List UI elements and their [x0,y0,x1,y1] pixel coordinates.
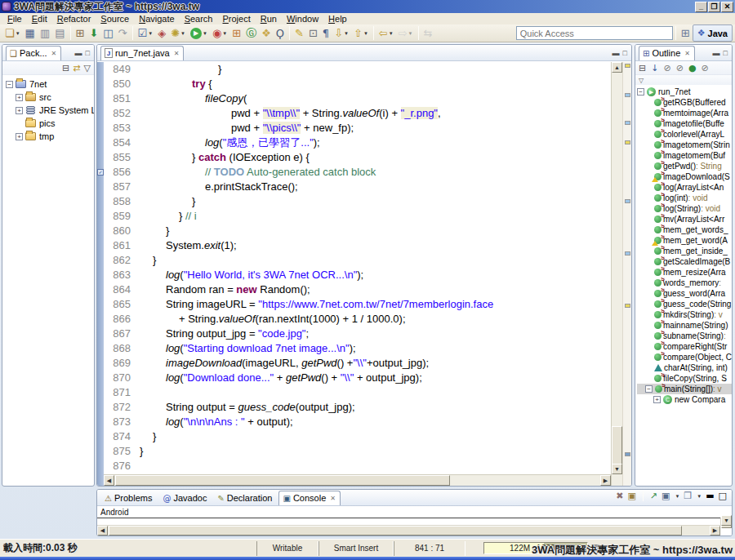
outline-item[interactable]: Smv(ArrayList<Arr [637,214,732,224]
sort-icon[interactable]: ↓ [651,62,658,74]
outline-item[interactable]: ScompareRight(Str [637,341,732,352]
outline-item[interactable]: SimageDownload(S [637,171,732,182]
menu-file[interactable]: File [2,14,27,24]
outline-item[interactable]: Sguess_word(Arra [637,288,732,299]
tree-item-pics[interactable]: pics [6,117,94,130]
maximize-view-icon[interactable]: □ [623,49,627,57]
view-menu-icon[interactable]: ▽ [84,62,91,74]
editor-horizontal-scrollbar[interactable]: ◀ ▶ [104,474,611,486]
restore-button[interactable]: ❐ [708,2,720,12]
editor-annotation-ruler[interactable]: ✓ [97,62,104,486]
outline-item[interactable]: Sguess_code(String [637,299,732,309]
close-icon[interactable]: ✕ [330,495,336,502]
garbage-collect-button[interactable]: Ⓖ [243,25,259,41]
close-icon[interactable]: ✕ [174,50,180,57]
close-button[interactable]: ✕ [721,2,733,12]
tree-item-7net[interactable]: −7net [6,78,94,91]
tree-item-jre-system-lib[interactable]: +JRE System Lib [6,104,94,117]
scrollbar-thumb[interactable] [612,426,622,469]
outline-item[interactable]: SfileCopy(String, S [637,373,732,384]
annotation-marker[interactable] [625,251,630,256]
launch-config-button[interactable]: ◈ [155,25,168,41]
collapse-all-icon[interactable]: ⊟ [639,62,646,74]
outline-item[interactable]: Scompare(Object, C [637,352,732,362]
scrollbar-thumb[interactable] [115,475,450,486]
menu-source[interactable]: Source [96,14,134,24]
external-tools-button[interactable]: ◉▼ [210,25,229,41]
scroll-right-icon[interactable]: ▶ [710,526,720,536]
menu-help[interactable]: Help [323,14,352,24]
collapse-all-icon[interactable]: ⊟ [62,62,69,74]
outline-item[interactable]: Ssubname(String) : [637,331,732,341]
view-menu-icon[interactable]: ▽ [639,74,644,87]
mark-occurrences-button[interactable]: ⊡ [306,25,320,41]
display-console-icon[interactable]: ▣ [662,490,670,502]
menu-search[interactable]: Search [180,14,218,24]
back-button[interactable]: ⇦▼ [376,25,396,41]
tab-package-explorer[interactable]: ❑ Pack... ✕ [6,46,61,60]
maximize-view-icon[interactable]: □ [719,490,727,502]
hide-local-types-icon[interactable]: ⊘ [701,62,708,74]
expander-icon[interactable]: + [16,133,23,140]
save-button[interactable]: ▦ [23,25,38,41]
annotation-marker[interactable] [625,64,630,68]
expander-icon[interactable]: + [16,94,23,101]
outline-item[interactable]: Smem_get_word(A [637,235,732,246]
open-perspective-button[interactable]: ⊞ [679,25,693,41]
console-horizontal-scrollbar[interactable]: ◀ ▶ [97,525,720,536]
outline-item[interactable]: SgetRGB(Buffered [637,97,732,108]
scroll-down-icon[interactable]: ▼ [612,464,622,474]
outline-item[interactable]: Simagetofile(Buffe [637,118,732,129]
menu-project[interactable]: Project [218,14,256,24]
maximize-view-icon[interactable]: □ [86,49,90,57]
debug-button[interactable]: ✺▼ [168,25,188,41]
close-icon[interactable]: ✕ [51,50,57,57]
menu-edit[interactable]: Edit [27,14,52,24]
tab-javadoc[interactable]: @Javadoc [158,491,212,505]
tab-problems[interactable]: ⚠Problems [100,491,157,505]
minimize-view-icon[interactable]: ▬ [706,490,714,502]
minimize-view-icon[interactable]: ▬ [612,49,620,57]
outline-item[interactable]: Smem_get_inside_ [637,246,732,256]
outline-item[interactable]: Smemtoimage(Arra [637,108,732,118]
minimize-button[interactable]: _ [695,2,707,12]
outline-item[interactable]: Smainname(String) [637,320,732,331]
minimize-view-icon[interactable]: ▬ [75,49,82,57]
menu-window[interactable]: Window [282,14,323,24]
code-editor[interactable]: 849}850try {851fileCopy(852pwd + "\\tmp\… [104,62,611,486]
tab-console[interactable]: ▣Console✕ [278,491,341,505]
run-button[interactable]: ▶▼ [188,25,210,41]
quick-access-input[interactable] [516,26,673,40]
menu-refactor[interactable]: Refactor [52,14,96,24]
minimize-view-icon[interactable]: ▬ [713,49,720,57]
expander-icon[interactable]: + [16,107,23,114]
prev-annotation-button[interactable]: ⇧▼ [351,25,371,41]
outline-item[interactable]: +Cnew Compara [637,394,732,405]
overview-ruler[interactable] [622,62,631,486]
highlight-button[interactable]: ✎ [292,25,306,41]
outline-item[interactable]: Smkdirs(String) : v [637,309,732,320]
new-wizard-button[interactable]: ❏▼ [2,25,23,41]
expander-icon[interactable]: − [6,81,13,88]
save-all-button[interactable]: ▥ [38,25,52,41]
scroll-down-icon[interactable]: ▼ [721,515,732,526]
scroll-left-icon[interactable]: ◀ [104,475,114,486]
open-console-icon[interactable]: ❒ [684,490,692,502]
next-annotation-button[interactable]: ⇩▼ [332,25,351,41]
outline-item-run-7net[interactable]: −▶run_7net [637,87,732,97]
outline-item[interactable]: Scolorlevel(ArrayL [637,129,732,140]
annotation-marker[interactable] [625,93,630,97]
coverage-button[interactable]: ⊞ [229,25,243,41]
pin-console-icon[interactable]: ↗ [650,490,657,502]
tab-outline[interactable]: ⊞ Outline ✕ [639,46,695,60]
annotation-marker[interactable] [625,199,630,203]
hide-fields-icon[interactable]: ⊘ [663,62,670,74]
show-whitespace-button[interactable]: ¶ [320,25,332,41]
menu-run[interactable]: Run [256,14,282,24]
scroll-left-icon[interactable]: ◀ [97,526,108,536]
java-perspective-button[interactable]: ❖ Java [693,24,733,42]
hide-non-public-icon[interactable]: ● [688,62,697,74]
annotation-marker[interactable] [625,140,630,144]
build-all-button[interactable]: ⊞ [74,25,87,41]
outline-item[interactable]: Swords_memory : [637,278,732,288]
